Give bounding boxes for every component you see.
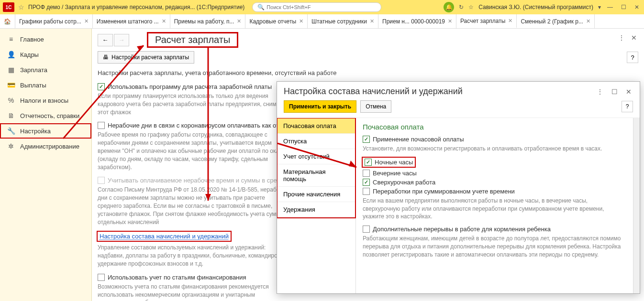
accruals-link[interactable]: Настройка состава начислений и удержаний [100,233,229,240]
checkbox-hourly-pay[interactable]: Применение почасовой оплаты [363,136,626,143]
tab-close-icon[interactable]: ✕ [237,18,241,24]
app-logo: 1C [3,2,14,12]
help-button[interactable]: ? [627,52,638,63]
menu-icon: ≡ [7,35,15,43]
tabbar: 🏠 Графики работы сотр...✕Изменения штатн… [0,14,644,29]
percent-icon: % [7,96,15,105]
calc-icon: ▦ [7,65,15,74]
tab-close-icon[interactable]: ✕ [508,18,512,24]
page-title-highlight: Расчет зарплаты [148,33,237,46]
sidebar-item-menu[interactable]: ≡Главное [0,32,91,47]
tab-3[interactable]: Кадровые отчеты✕ [245,14,308,28]
dialog-nav-item-0[interactable]: Почасовая оплата [278,118,355,134]
help-text: Возможность учета по статьям финансирова… [98,283,289,301]
sidebar-item-wrench[interactable]: 🔧Настройка [0,123,91,139]
search-box[interactable]: 🔍 [252,2,381,12]
tab-1[interactable]: Изменения штатного ...✕ [93,14,170,28]
tab-6[interactable]: Расчет зарплаты✕ [456,14,517,28]
maximize-icon[interactable]: ☐ [619,3,628,11]
tab-2[interactable]: Приемы на работу, п...✕ [170,14,246,28]
help-text: Если на вашем предприятии выполняются ра… [363,197,626,221]
search-icon: 🔍 [257,4,265,11]
gear-icon: ✲ [7,142,15,150]
tab-close-icon[interactable]: ✕ [162,18,166,24]
checkbox-feeding-breaks[interactable]: Дополнительные перерывы в работе для кор… [363,226,626,233]
checkbox-night-hours[interactable]: Ночные часы [365,159,413,166]
apply-close-button[interactable]: Применить и закрыть [284,100,356,113]
help-text: Работающим женщинам, имеющим детей в воз… [363,235,626,258]
page-title: Расчет зарплаты [151,33,234,46]
close-page-icon[interactable]: ✕ [630,33,638,42]
page-subtitle: Настройки расчета зарплаты, учета отрабо… [98,69,638,76]
dialog-close-icon[interactable]: ✕ [624,87,633,96]
tab-0[interactable]: Графики работы сотр...✕ [15,14,93,28]
home-tab[interactable]: 🏠 [0,14,15,28]
dialog-more-icon[interactable]: ⋮ [596,87,604,96]
sidebar-item-calc[interactable]: ▦Зарплата [0,62,91,77]
dialog-nav-item-2[interactable]: Учет отсутствий [278,149,355,164]
dialog-nav-item-1[interactable]: Отпуска [278,134,355,149]
night-hours-highlight: Ночные часы [363,158,415,167]
dialog-window-icon[interactable]: ☐ [610,87,619,96]
report-icon: 🗎 [7,111,15,120]
settings-button[interactable]: 🖶 Настройки расчета зарплаты [98,51,194,64]
help-text: Согласно Письму Минтруда РФ от 18.05.202… [98,186,289,226]
star-icon[interactable]: ☆ [18,3,24,11]
window-title: ПРОФ демо / Зарплата и управление персон… [28,4,244,11]
checkbox-overtime[interactable]: Сверхурочная работа [363,179,626,186]
dialog-scrollbar[interactable] [633,118,640,293]
bell-icon[interactable]: 🔔 [444,2,454,12]
checkbox-evening-hours[interactable]: Вечерние часы [363,170,626,177]
checkbox-overwork-sum[interactable]: Переработки при суммированном учете врем… [363,188,626,195]
wallet-icon: 💳 [7,81,15,89]
cancel-button[interactable]: Отмена [360,100,391,113]
dialog-help-button[interactable]: ? [622,101,633,112]
favorite-icon[interactable]: ☆ [468,4,474,11]
sidebar-item-gear[interactable]: ✲Администрирование [0,139,91,154]
dialog-nav-item-5[interactable]: Удержания [278,202,355,217]
tab-7[interactable]: Сменный 2 (График р...✕ [517,14,595,28]
user-label[interactable]: Савинская З.Ю. (Системный программист) [478,4,593,11]
close-icon[interactable]: ✕ [633,3,641,11]
user-dropdown-icon[interactable]: ▾ [598,4,601,11]
dialog-nav-item-4[interactable]: Прочие начисления [278,187,355,202]
sidebar: ≡Главное👤Кадры▦Зарплата💳Выплаты%Налоги и… [0,29,92,301]
back-button[interactable]: ← [98,34,113,46]
dialog-panel: Почасовая оплата Применение почасовой оп… [356,118,633,293]
dialog-title: Настройка состава начислений и удержаний [284,86,590,97]
minimize-icon[interactable]: — [606,3,614,11]
search-input[interactable] [266,4,376,10]
panel-title: Почасовая оплата [363,123,626,131]
help-text: Если программу планируется использовать … [98,92,289,116]
wrench-icon: 🔧 [7,127,15,135]
user-icon: 👤 [7,50,15,59]
tab-close-icon[interactable]: ✕ [448,18,452,24]
forward-button[interactable]: → [114,34,129,46]
sidebar-item-report[interactable]: 🗎Отчетность, справки [0,108,91,123]
history-icon[interactable]: ↻ [459,4,464,11]
sidebar-item-percent[interactable]: %Налоги и взносы [0,93,91,108]
accruals-link-highlight: Настройка состава начислений и удержаний [98,232,231,241]
dialog-nav-item-3[interactable]: Материальная помощь [278,164,355,187]
dialog-accruals: Настройка состава начислений и удержаний… [277,81,640,294]
print-icon: 🖶 [103,54,109,61]
help-text: Установите, для возможности регистрирова… [363,145,626,153]
tab-close-icon[interactable]: ✕ [84,18,89,24]
tab-4[interactable]: Штатные сотрудники✕ [308,14,378,28]
more-icon[interactable]: ⋮ [617,33,626,42]
dialog-nav: Почасовая оплатаОтпускаУчет отсутствийМа… [277,118,356,293]
sidebar-item-wallet[interactable]: 💳Выплаты [0,77,91,93]
help-text: Рабочее время по графику работы сотрудни… [98,131,289,171]
titlebar: 1C ☆ ПРОФ демо / Зарплата и управление п… [0,0,644,14]
help-text: Управление составом используемых начисле… [98,244,289,268]
tab-close-icon[interactable]: ✕ [299,18,303,24]
tab-close-icon[interactable]: ✕ [586,18,590,24]
tab-close-icon[interactable]: ✕ [370,18,374,24]
tab-5[interactable]: Прием н... 0000-000019✕ [378,14,456,28]
sidebar-item-user[interactable]: 👤Кадры [0,47,91,62]
